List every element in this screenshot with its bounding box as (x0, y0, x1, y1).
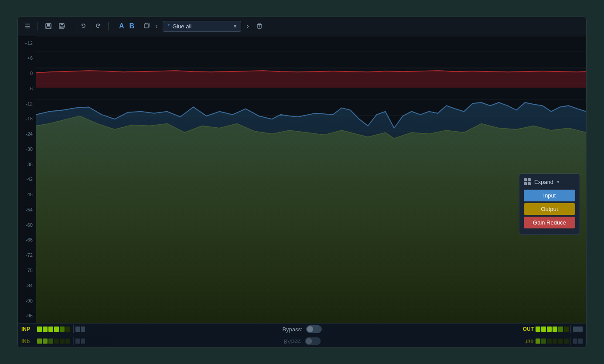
out-mini-2 (578, 327, 583, 332)
mini-bar-2 (81, 327, 85, 332)
out-bar-3 (547, 327, 552, 332)
grid-cell-3 (524, 182, 527, 185)
db-label-m42: -42 (18, 177, 36, 182)
legend-header[interactable]: Expand ▾ (524, 178, 575, 185)
bypass-section: Bypass: (282, 325, 321, 333)
svg-rect-7 (258, 24, 261, 28)
out-label: OUT (523, 326, 534, 332)
b-mini-2 (81, 339, 85, 344)
bypass-toggle[interactable] (306, 325, 322, 333)
out-bar-1 (536, 327, 540, 332)
bottom-bar: INP Bypass: (18, 323, 586, 347)
out-section: OUT (523, 325, 583, 333)
bypass-b-toggle[interactable] (305, 337, 321, 345)
out-bar-4 (553, 327, 557, 332)
svg-rect-6 (144, 24, 148, 28)
out-b-label: tuo (526, 338, 534, 344)
out-b-mini (573, 339, 583, 344)
bottom-row-2: INb BAbss: tuo (18, 335, 586, 347)
db-label-m30: -30 (18, 146, 36, 152)
out-mini-bars (573, 327, 583, 332)
legend-popup: Expand ▾ Input Output Gain Reduce (519, 173, 580, 235)
legend-expand-label: Expand (534, 179, 553, 185)
out-b-bars (536, 339, 569, 344)
out-bar-6 (564, 327, 569, 332)
ob-3 (547, 339, 552, 344)
nav-prev-button[interactable]: ‹ (154, 20, 159, 32)
preset-dropdown-arrow: ▾ (234, 23, 236, 29)
b-bar-3 (48, 339, 53, 344)
db-label-m60: -60 (18, 222, 36, 228)
svg-rect-5 (60, 26, 63, 28)
ob-2 (541, 339, 546, 344)
db-label-m54: -54 (18, 207, 36, 212)
b-mini-1 (75, 339, 80, 344)
out-mini-1 (573, 327, 578, 332)
toolbar-separator-3 (108, 22, 109, 31)
hamburger-icon[interactable]: ☰ (23, 21, 32, 31)
b-divider-1 (73, 337, 74, 345)
obm-1 (573, 339, 578, 344)
b-bar-4 (54, 339, 59, 344)
save-icon[interactable] (43, 21, 54, 31)
meter-divider-1 (73, 325, 74, 333)
ab-buttons: A B (117, 21, 136, 31)
b-mini-bars-1 (75, 339, 85, 344)
output-meter-bars (536, 327, 569, 332)
svg-rect-4 (61, 24, 63, 25)
toggle-knob (307, 326, 313, 332)
legend-input-item[interactable]: Input (524, 190, 575, 201)
copy-icon[interactable] (143, 22, 150, 31)
db-label-m72: -72 (18, 252, 36, 258)
db-label-m36: -36 (18, 162, 36, 167)
meter-bar-1 (37, 327, 42, 332)
db-label-0: 0 (18, 71, 36, 76)
main-chart-area: +12 +6 0 -6 -12 -18 -24 -30 -36 -42 -48 … (18, 36, 586, 323)
input-b-meter-bars (37, 339, 70, 344)
ob-4 (553, 339, 557, 344)
save-as-icon[interactable] (57, 21, 68, 31)
preset-dropdown[interactable]: * Glue all ▾ (163, 21, 241, 32)
toolbar: ☰ (18, 17, 586, 36)
trash-icon[interactable] (256, 22, 263, 31)
db-label-m96: -96 (18, 313, 36, 318)
preset-name: Glue all (172, 23, 231, 30)
meter-bar-2 (43, 327, 48, 332)
bypass-b-knob (306, 338, 312, 344)
db-label-m24: -24 (18, 131, 36, 136)
out-bar-2 (541, 327, 546, 332)
grid-cell-1 (524, 178, 527, 181)
out-bar-5 (558, 327, 563, 332)
a-button[interactable]: A (117, 21, 126, 31)
redo-icon[interactable] (92, 21, 103, 31)
db-label-m6: -6 (18, 86, 36, 91)
svg-rect-2 (47, 27, 50, 28)
meter-bar-3 (48, 327, 53, 332)
nav-next-button[interactable]: › (245, 20, 250, 32)
input-meter-bars (37, 327, 70, 332)
db-label-m18: -18 (18, 116, 36, 121)
b-bar-2 (43, 339, 48, 344)
toolbar-separator-1 (38, 22, 38, 31)
bypass-label: Bypass: (282, 326, 302, 333)
bottom-row-1: INP Bypass: (18, 323, 586, 336)
b-divider-2 (570, 337, 571, 345)
inp-b-label: INb (21, 338, 37, 344)
legend-output-item[interactable]: Output (524, 203, 575, 215)
ob-6 (564, 339, 569, 344)
grid-cell-4 (528, 182, 531, 185)
legend-gain-reduce-item[interactable]: Gain Reduce (524, 217, 575, 228)
mini-bar-1 (75, 327, 80, 332)
b-bar-1 (37, 339, 42, 344)
db-label-m78: -78 (18, 268, 36, 273)
meter-mini-bars-1 (75, 327, 85, 332)
legend-grid-icon (524, 178, 531, 185)
b-button[interactable]: B (128, 21, 136, 31)
bypass-b-label: BAbss: (283, 338, 301, 344)
bypass-b-section: BAbss: (283, 337, 321, 345)
preset-star-icon: * (167, 23, 170, 29)
db-label-m66: -66 (18, 237, 36, 242)
undo-icon[interactable] (78, 21, 89, 31)
meter-divider-2 (570, 325, 571, 333)
legend-expand-chevron: ▾ (557, 179, 560, 185)
